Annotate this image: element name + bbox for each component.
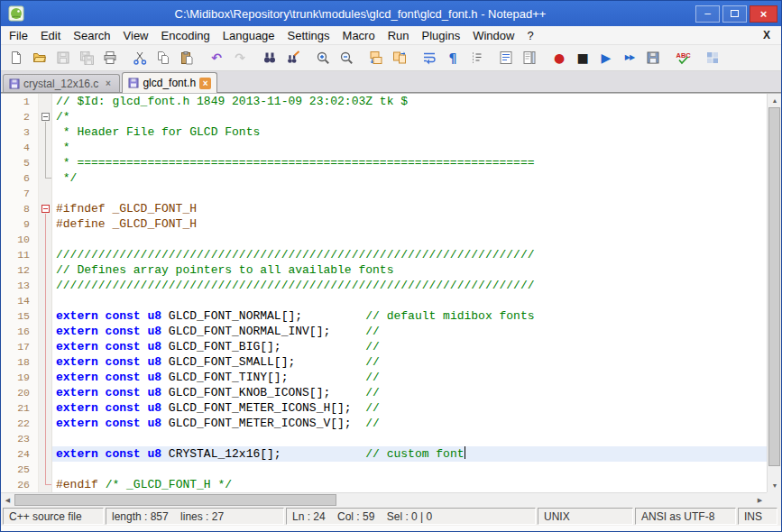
toolbar-new-file-button[interactable] bbox=[5, 47, 27, 69]
menu-item-encoding[interactable]: Encoding bbox=[155, 26, 216, 44]
menu-item-search[interactable]: Search bbox=[67, 26, 116, 44]
line-number[interactable]: 13 bbox=[1, 278, 39, 293]
code-text[interactable]: extern const u8 GLCD_FONT_NORMAL_INV[]; … bbox=[52, 324, 767, 339]
maximize-button[interactable] bbox=[722, 5, 747, 23]
code-text[interactable]: extern const u8 GLCD_FONT_SMALL[]; // bbox=[52, 354, 767, 370]
line-number[interactable]: 4 bbox=[1, 140, 39, 155]
status-encoding[interactable]: ANSI as UTF-8 bbox=[635, 508, 736, 525]
code-text[interactable] bbox=[52, 293, 767, 308]
code-lines[interactable]: 1// $Id: glcd_font.h 1849 2013-11-09 23:… bbox=[1, 94, 767, 492]
line-number[interactable]: 22 bbox=[1, 416, 39, 431]
line-number[interactable]: 23 bbox=[1, 431, 39, 446]
line-number[interactable]: 9 bbox=[1, 216, 39, 232]
line-number[interactable]: 5 bbox=[1, 155, 39, 170]
line-number[interactable]: 24 bbox=[1, 446, 39, 462]
menu-item-edit[interactable]: Edit bbox=[34, 26, 67, 44]
fold-toggle-icon[interactable] bbox=[39, 109, 52, 124]
toolbar-cut-button[interactable] bbox=[129, 47, 151, 69]
line-number[interactable]: 8 bbox=[1, 201, 39, 216]
scroll-right-button[interactable]: ▶ bbox=[753, 493, 767, 507]
code-text[interactable]: extern const u8 GLCD_FONT_METER_ICONS_V[… bbox=[52, 416, 767, 431]
fold-toggle-icon[interactable] bbox=[39, 201, 52, 216]
toolbar-show-all-characters-button[interactable]: ¶ bbox=[442, 47, 464, 69]
code-text[interactable]: * ======================================… bbox=[52, 155, 767, 170]
menu-item-view[interactable]: View bbox=[117, 26, 155, 44]
menu-item-macro[interactable]: Macro bbox=[336, 26, 382, 44]
line-number[interactable]: 1 bbox=[1, 94, 39, 109]
line-number[interactable]: 17 bbox=[1, 339, 39, 354]
tab-close-icon[interactable]: × bbox=[102, 78, 114, 89]
code-text[interactable] bbox=[52, 232, 767, 247]
code-text[interactable]: /* bbox=[52, 109, 767, 124]
horizontal-scrollbar[interactable]: ◀ ▶ bbox=[1, 492, 767, 507]
tab-close-icon[interactable]: × bbox=[199, 78, 211, 89]
line-number[interactable]: 19 bbox=[1, 370, 39, 385]
menu-item-file[interactable]: File bbox=[3, 26, 34, 44]
toolbar-stop-recording-button[interactable]: ■ bbox=[572, 47, 593, 69]
menu-close-button[interactable]: X bbox=[754, 29, 779, 41]
status-eol-format[interactable]: UNIX bbox=[538, 508, 633, 525]
toolbar-sync-vertical-scrolling-button[interactable] bbox=[365, 47, 387, 69]
title-bar[interactable]: C:\Midibox\Repository\trunk\modules\glcd… bbox=[1, 1, 781, 26]
menu-item-window[interactable]: Window bbox=[466, 26, 520, 44]
code-text[interactable]: extern const u8 GLCD_FONT_NORMAL[]; // d… bbox=[52, 308, 767, 324]
toolbar-print-button[interactable] bbox=[99, 47, 121, 69]
line-number[interactable]: 7 bbox=[1, 186, 39, 201]
line-number[interactable]: 10 bbox=[1, 232, 39, 247]
toolbar-document-switcher-button[interactable] bbox=[702, 47, 723, 69]
line-number[interactable]: 20 bbox=[1, 385, 39, 400]
close-button[interactable]: × bbox=[750, 5, 777, 23]
toolbar-paste-button[interactable] bbox=[176, 47, 198, 69]
line-number[interactable]: 11 bbox=[1, 247, 39, 262]
line-number[interactable]: 25 bbox=[1, 462, 39, 477]
toolbar-run-macro-multiple-times-button[interactable]: ▶▶ bbox=[619, 47, 640, 69]
code-text[interactable]: extern const u8 GLCD_FONT_METER_ICONS_H[… bbox=[52, 400, 767, 416]
scroll-up-button[interactable]: ▲ bbox=[768, 94, 781, 107]
toolbar-save-recorded-macro-button[interactable] bbox=[642, 47, 664, 69]
minimize-button[interactable]: – bbox=[695, 5, 720, 23]
menu-item-plugins[interactable]: Plugins bbox=[416, 26, 467, 44]
menu-item-language[interactable]: Language bbox=[216, 26, 281, 44]
code-text[interactable]: // $Id: glcd_font.h 1849 2013-11-09 23:0… bbox=[52, 94, 767, 109]
status-insert-mode[interactable]: INS bbox=[738, 508, 777, 525]
toolbar-zoom-in-button[interactable] bbox=[312, 47, 334, 69]
code-text[interactable] bbox=[52, 186, 767, 201]
code-text[interactable]: #endif /* _GLCD_FONT_H */ bbox=[52, 477, 767, 492]
code-text[interactable]: extern const u8 CRYSTAL_12x16[]; // cust… bbox=[52, 446, 767, 462]
toolbar-document-map-button[interactable] bbox=[519, 47, 540, 69]
menu-item-settings[interactable]: Settings bbox=[281, 26, 336, 44]
toolbar-word-wrap-button[interactable] bbox=[419, 47, 440, 69]
toolbar-sync-horizontal-scrolling-button[interactable] bbox=[389, 47, 410, 69]
vertical-scrollbar[interactable]: ▲ ▼ bbox=[767, 94, 781, 492]
menu-item-run[interactable]: Run bbox=[382, 26, 416, 44]
code-text[interactable]: extern const u8 GLCD_FONT_TINY[]; // bbox=[52, 370, 767, 385]
toolbar-playback-macro-button[interactable]: ▶ bbox=[595, 47, 617, 69]
code-text[interactable]: */ bbox=[52, 170, 767, 186]
menu-item-help[interactable]: ? bbox=[520, 26, 539, 44]
toolbar-start-recording-button[interactable]: ● bbox=[548, 47, 570, 69]
code-text[interactable]: ////////////////////////////////////////… bbox=[52, 247, 767, 262]
toolbar-spell-check-button[interactable]: ABC bbox=[672, 47, 694, 69]
code-text[interactable]: #define _GLCD_FONT_H bbox=[52, 216, 767, 232]
code-text[interactable] bbox=[52, 431, 767, 446]
line-number[interactable]: 14 bbox=[1, 293, 39, 308]
line-number[interactable]: 16 bbox=[1, 324, 39, 339]
line-number[interactable]: 21 bbox=[1, 400, 39, 416]
toolbar-replace-button[interactable] bbox=[282, 47, 304, 69]
line-number[interactable]: 12 bbox=[1, 262, 39, 278]
tab-glcd-font-h[interactable]: glcd_font.h× bbox=[122, 72, 217, 93]
tab-crystal-12x16-c[interactable]: crystal_12x16.c× bbox=[3, 74, 120, 92]
scroll-left-button[interactable]: ◀ bbox=[1, 493, 14, 507]
toolbar-show-indent-guide-button[interactable] bbox=[465, 47, 487, 69]
scroll-down-button[interactable]: ▼ bbox=[768, 479, 781, 492]
toolbar-copy-button[interactable] bbox=[152, 47, 174, 69]
line-number[interactable]: 6 bbox=[1, 170, 39, 186]
line-number[interactable]: 15 bbox=[1, 308, 39, 324]
code-text[interactable]: * bbox=[52, 140, 767, 155]
line-number[interactable]: 3 bbox=[1, 124, 39, 140]
code-text[interactable]: extern const u8 GLCD_FONT_BIG[]; // bbox=[52, 339, 767, 354]
code-text[interactable]: extern const u8 GLCD_FONT_KNOB_ICONS[]; … bbox=[52, 385, 767, 400]
toolbar-undo-button[interactable]: ↶ bbox=[206, 47, 227, 69]
toolbar-find-button[interactable] bbox=[259, 47, 281, 69]
toolbar-function-list-button[interactable] bbox=[495, 47, 517, 69]
